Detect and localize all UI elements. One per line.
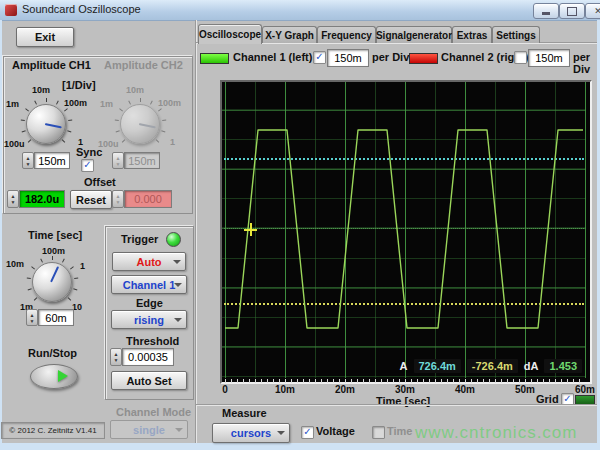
ch1-scale-100m: 100m bbox=[64, 98, 87, 108]
cursor-readout: A 726.4m -726.4m dA 1.453 bbox=[400, 359, 582, 373]
trigger-led bbox=[166, 232, 181, 247]
voltage-checkbox[interactable] bbox=[301, 426, 314, 439]
window-border-left bbox=[0, 20, 2, 450]
channel1-checkbox[interactable] bbox=[313, 51, 326, 64]
x-tick-0: 0 bbox=[222, 384, 228, 395]
window-title: Soundcard Oszilloscope bbox=[22, 3, 141, 15]
trigger-source-dropdown[interactable]: Channel 1 bbox=[111, 275, 187, 294]
channel1-color-swatch bbox=[200, 53, 229, 64]
close-button[interactable]: ✕ bbox=[585, 3, 600, 19]
x-tick-60m: 60m bbox=[575, 384, 595, 395]
minimize-button[interactable] bbox=[533, 3, 559, 19]
time-label: Time [sec] bbox=[28, 229, 82, 241]
threshold-label: Threshold bbox=[126, 335, 179, 347]
trigger-title: Trigger bbox=[121, 233, 158, 245]
exit-button[interactable]: Exit bbox=[16, 27, 74, 47]
close-icon: ✕ bbox=[594, 6, 600, 16]
ch2-scale-100u: 100u bbox=[98, 139, 119, 149]
title-bar[interactable]: Soundcard Oszilloscope ✕ bbox=[0, 0, 600, 21]
channel1-scale-value[interactable]: 150m bbox=[327, 49, 369, 67]
minimize-icon bbox=[542, 12, 550, 15]
offset-ch1-spinner[interactable] bbox=[7, 190, 19, 208]
x-tick-30m: 30m bbox=[395, 384, 415, 395]
app-icon bbox=[5, 4, 17, 16]
ch2-scale-10m: 10m bbox=[126, 85, 144, 95]
crosshair-cursor[interactable] bbox=[244, 223, 257, 236]
maximize-icon bbox=[567, 7, 577, 16]
scope-display-frame: A 726.4m -726.4m dA 1.453 bbox=[220, 80, 592, 384]
x-tick-40m: 40m bbox=[455, 384, 475, 395]
offset-ch1-value[interactable]: 182.0u bbox=[19, 190, 65, 208]
channel-mode-label: Channel Mode bbox=[116, 406, 191, 418]
x-tick-10m: 10m bbox=[275, 384, 295, 395]
offset-ch2-value: 0.000 bbox=[124, 190, 172, 208]
watermark-text: www.cntronics.com bbox=[415, 423, 577, 443]
channel1-label: Channel 1 (left) bbox=[233, 51, 312, 63]
time-measure-label: Time bbox=[387, 425, 412, 437]
measure-mode-dropdown[interactable]: cursors bbox=[212, 423, 290, 443]
window-border-bottom bbox=[0, 443, 600, 450]
ch2-scale-1m: 1m bbox=[100, 99, 113, 109]
ch2-scale-100m: 100m bbox=[158, 98, 181, 108]
readout-a-label: A bbox=[400, 360, 408, 372]
soundcard-oscilloscope-window: Soundcard Oszilloscope ✕ Exit Amplitude … bbox=[0, 0, 600, 450]
version-text: © 2012 C. Zeitnitz V1.41 bbox=[1, 422, 105, 439]
amplitude-ch1-label: Amplitude CH1 bbox=[12, 59, 91, 71]
tab-xy-graph[interactable]: X-Y Graph bbox=[262, 26, 317, 43]
measure-separator bbox=[196, 404, 597, 405]
channel-mode-dropdown: single bbox=[110, 420, 188, 439]
channel2-checkbox[interactable] bbox=[514, 51, 527, 64]
measure-title: Measure bbox=[222, 407, 267, 419]
ch1-scale-10m: 10m bbox=[32, 85, 50, 95]
reset-button[interactable]: Reset bbox=[70, 190, 112, 209]
x-axis-tickmarks bbox=[225, 379, 585, 383]
runstop-button[interactable] bbox=[30, 364, 78, 389]
waveform-layer bbox=[222, 82, 586, 378]
tab-signalgenerator[interactable]: Signalgenerator bbox=[376, 26, 452, 43]
channel2-scale-value[interactable]: 150m bbox=[528, 49, 570, 67]
time-scale-100m: 100m bbox=[42, 246, 65, 256]
trigger-edge-dropdown[interactable]: rising bbox=[111, 310, 187, 329]
amplitude-ch2-label: Amplitude CH2 bbox=[104, 59, 183, 71]
offset-ch2-spinner bbox=[112, 190, 124, 208]
maximize-button[interactable] bbox=[559, 3, 585, 19]
amplitude-ch1-knob[interactable] bbox=[26, 104, 66, 144]
channel1-trace bbox=[225, 130, 583, 328]
tab-frequency[interactable]: Frequency bbox=[317, 26, 376, 43]
amplitude-ch2-value: 150m bbox=[124, 152, 160, 169]
channel1-per-div-label: per Div bbox=[372, 51, 409, 63]
voltage-label: Voltage bbox=[316, 425, 355, 437]
sync-checkbox[interactable] bbox=[81, 159, 94, 172]
ch1-scale-1m: 1m bbox=[6, 99, 19, 109]
tab-settings[interactable]: Settings bbox=[492, 26, 540, 43]
runstop-label: Run/Stop bbox=[28, 347, 77, 359]
readout-da-label: dA bbox=[524, 360, 539, 372]
readout-da-value: 1.453 bbox=[544, 359, 582, 373]
channel2-per-div-label: per Div bbox=[573, 51, 600, 75]
time-measure-checkbox[interactable] bbox=[372, 426, 385, 439]
edge-label: Edge bbox=[136, 297, 163, 309]
ch2-scale-1: 1 bbox=[170, 137, 175, 147]
threshold-value[interactable]: 0.00035 bbox=[122, 348, 174, 366]
tab-extras[interactable]: Extras bbox=[452, 26, 492, 43]
threshold-spinner[interactable] bbox=[110, 348, 122, 366]
trigger-mode-dropdown[interactable]: Auto bbox=[112, 252, 186, 271]
amplitude-ch1-spinner[interactable] bbox=[22, 152, 34, 169]
autoset-button[interactable]: Auto Set bbox=[111, 371, 187, 390]
time-spinner[interactable] bbox=[26, 309, 38, 326]
per-div-unit-label: [1/Div] bbox=[62, 79, 96, 91]
scope-plot-area[interactable]: A 726.4m -726.4m dA 1.453 bbox=[222, 82, 586, 378]
channel2-color-swatch bbox=[409, 53, 438, 64]
amplitude-ch2-knob bbox=[120, 104, 160, 144]
time-value[interactable]: 60m bbox=[38, 309, 74, 326]
time-scale-10m: 10m bbox=[6, 259, 24, 269]
x-tick-50m: 50m bbox=[515, 384, 535, 395]
amplitude-ch2-spinner bbox=[112, 152, 124, 169]
panel-separator bbox=[195, 20, 196, 443]
time-scale-1: 1 bbox=[80, 261, 85, 271]
time-knob[interactable] bbox=[32, 262, 72, 302]
ch1-scale-100u: 100u bbox=[4, 139, 25, 149]
tab-oscilloscope[interactable]: Oscilloscope bbox=[198, 24, 262, 44]
x-axis-label: Time [sec] bbox=[376, 395, 430, 407]
amplitude-ch1-value[interactable]: 150m bbox=[34, 152, 70, 169]
